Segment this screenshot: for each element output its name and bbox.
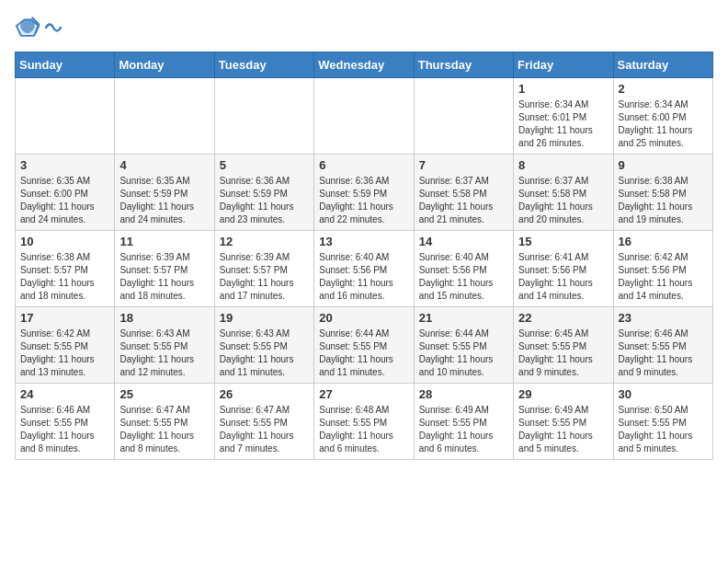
calendar-cell: 12Sunrise: 6:39 AM Sunset: 5:57 PM Dayli… xyxy=(214,231,313,307)
day-info: Sunrise: 6:47 AM Sunset: 5:55 PM Dayligh… xyxy=(119,404,209,455)
day-info: Sunrise: 6:37 AM Sunset: 5:58 PM Dayligh… xyxy=(518,175,608,226)
logo xyxy=(15,15,63,40)
day-info: Sunrise: 6:43 AM Sunset: 5:55 PM Dayligh… xyxy=(220,327,309,379)
day-number: 15 xyxy=(518,235,608,248)
calendar-cell: 14Sunrise: 6:40 AM Sunset: 5:56 PM Dayli… xyxy=(414,231,513,307)
calendar-cell: 3Sunrise: 6:35 AM Sunset: 6:00 PM Daylig… xyxy=(16,155,115,231)
day-number: 8 xyxy=(518,158,608,172)
day-number: 4 xyxy=(119,158,209,172)
calendar-cell xyxy=(16,78,115,155)
day-number: 7 xyxy=(419,158,508,172)
day-info: Sunrise: 6:49 AM Sunset: 5:55 PM Dayligh… xyxy=(419,404,508,455)
day-info: Sunrise: 6:39 AM Sunset: 5:57 PM Dayligh… xyxy=(220,251,309,303)
day-info: Sunrise: 6:38 AM Sunset: 5:57 PM Dayligh… xyxy=(20,251,109,303)
calendar-cell: 22Sunrise: 6:45 AM Sunset: 5:55 PM Dayli… xyxy=(514,307,613,384)
calendar-week-row: 1Sunrise: 6:34 AM Sunset: 6:01 PM Daylig… xyxy=(16,78,713,155)
calendar-cell xyxy=(314,78,414,155)
day-info: Sunrise: 6:34 AM Sunset: 6:00 PM Dayligh… xyxy=(619,98,708,150)
day-number: 19 xyxy=(220,311,309,325)
calendar-cell: 16Sunrise: 6:42 AM Sunset: 5:56 PM Dayli… xyxy=(613,231,712,307)
day-number: 21 xyxy=(419,311,508,325)
calendar-week-row: 10Sunrise: 6:38 AM Sunset: 5:57 PM Dayli… xyxy=(16,231,713,307)
calendar-cell: 18Sunrise: 6:43 AM Sunset: 5:55 PM Dayli… xyxy=(115,307,214,384)
calendar-cell: 30Sunrise: 6:50 AM Sunset: 5:55 PM Dayli… xyxy=(613,384,712,460)
calendar-cell: 7Sunrise: 6:37 AM Sunset: 5:58 PM Daylig… xyxy=(414,155,513,231)
day-number: 29 xyxy=(518,387,608,401)
day-info: Sunrise: 6:40 AM Sunset: 5:56 PM Dayligh… xyxy=(319,251,408,303)
calendar-cell: 26Sunrise: 6:47 AM Sunset: 5:55 PM Dayli… xyxy=(214,384,313,460)
calendar-cell: 5Sunrise: 6:36 AM Sunset: 5:59 PM Daylig… xyxy=(214,155,313,231)
calendar-cell xyxy=(214,78,313,155)
day-number: 6 xyxy=(319,158,408,172)
page-header xyxy=(15,15,713,40)
day-info: Sunrise: 6:36 AM Sunset: 5:59 PM Dayligh… xyxy=(319,175,408,226)
day-number: 28 xyxy=(419,387,508,401)
day-info: Sunrise: 6:35 AM Sunset: 5:59 PM Dayligh… xyxy=(119,175,209,226)
weekday-header: Friday xyxy=(514,52,613,78)
logo-icon xyxy=(15,15,40,40)
calendar-cell: 17Sunrise: 6:42 AM Sunset: 5:55 PM Dayli… xyxy=(16,307,115,384)
day-number: 12 xyxy=(220,235,309,248)
day-info: Sunrise: 6:50 AM Sunset: 5:55 PM Dayligh… xyxy=(619,404,708,455)
day-number: 30 xyxy=(619,387,708,401)
calendar-week-row: 3Sunrise: 6:35 AM Sunset: 6:00 PM Daylig… xyxy=(16,155,713,231)
day-number: 20 xyxy=(319,311,408,325)
day-info: Sunrise: 6:36 AM Sunset: 5:59 PM Dayligh… xyxy=(220,175,309,226)
day-number: 16 xyxy=(619,235,708,248)
calendar-cell: 29Sunrise: 6:49 AM Sunset: 5:55 PM Dayli… xyxy=(514,384,613,460)
calendar-cell: 6Sunrise: 6:36 AM Sunset: 5:59 PM Daylig… xyxy=(314,155,414,231)
day-number: 27 xyxy=(319,387,408,401)
day-number: 18 xyxy=(119,311,209,325)
day-info: Sunrise: 6:40 AM Sunset: 5:56 PM Dayligh… xyxy=(419,251,508,303)
day-info: Sunrise: 6:43 AM Sunset: 5:55 PM Dayligh… xyxy=(119,327,209,379)
day-number: 14 xyxy=(419,235,508,248)
day-info: Sunrise: 6:49 AM Sunset: 5:55 PM Dayligh… xyxy=(518,404,608,455)
day-number: 5 xyxy=(220,158,309,172)
calendar-table: SundayMondayTuesdayWednesdayThursdayFrid… xyxy=(15,52,713,460)
calendar-cell: 9Sunrise: 6:38 AM Sunset: 5:58 PM Daylig… xyxy=(613,155,712,231)
day-number: 10 xyxy=(20,235,109,248)
day-info: Sunrise: 6:39 AM Sunset: 5:57 PM Dayligh… xyxy=(119,251,209,303)
day-info: Sunrise: 6:48 AM Sunset: 5:55 PM Dayligh… xyxy=(319,404,408,455)
day-info: Sunrise: 6:45 AM Sunset: 5:55 PM Dayligh… xyxy=(518,327,608,379)
calendar-cell: 4Sunrise: 6:35 AM Sunset: 5:59 PM Daylig… xyxy=(115,155,214,231)
calendar-cell: 10Sunrise: 6:38 AM Sunset: 5:57 PM Dayli… xyxy=(16,231,115,307)
calendar-cell: 13Sunrise: 6:40 AM Sunset: 5:56 PM Dayli… xyxy=(314,231,414,307)
calendar-cell: 23Sunrise: 6:46 AM Sunset: 5:55 PM Dayli… xyxy=(613,307,712,384)
day-info: Sunrise: 6:44 AM Sunset: 5:55 PM Dayligh… xyxy=(419,327,508,379)
weekday-header: Tuesday xyxy=(214,52,313,78)
day-number: 3 xyxy=(20,158,109,172)
weekday-header: Thursday xyxy=(414,52,513,78)
calendar-cell: 28Sunrise: 6:49 AM Sunset: 5:55 PM Dayli… xyxy=(414,384,513,460)
day-info: Sunrise: 6:37 AM Sunset: 5:58 PM Dayligh… xyxy=(419,175,508,226)
day-info: Sunrise: 6:42 AM Sunset: 5:56 PM Dayligh… xyxy=(619,251,708,303)
day-number: 13 xyxy=(319,235,408,248)
calendar-cell: 25Sunrise: 6:47 AM Sunset: 5:55 PM Dayli… xyxy=(115,384,214,460)
calendar-cell: 27Sunrise: 6:48 AM Sunset: 5:55 PM Dayli… xyxy=(314,384,414,460)
day-number: 11 xyxy=(119,235,209,248)
calendar-cell: 21Sunrise: 6:44 AM Sunset: 5:55 PM Dayli… xyxy=(414,307,513,384)
logo-text xyxy=(44,17,63,38)
calendar-cell: 24Sunrise: 6:46 AM Sunset: 5:55 PM Dayli… xyxy=(16,384,115,460)
calendar-cell: 1Sunrise: 6:34 AM Sunset: 6:01 PM Daylig… xyxy=(514,78,613,155)
day-number: 25 xyxy=(119,387,209,401)
calendar-week-row: 24Sunrise: 6:46 AM Sunset: 5:55 PM Dayli… xyxy=(16,384,713,460)
logo-wave-icon xyxy=(44,17,63,38)
day-number: 24 xyxy=(20,387,109,401)
day-info: Sunrise: 6:35 AM Sunset: 6:00 PM Dayligh… xyxy=(20,175,109,226)
weekday-header: Sunday xyxy=(16,52,115,78)
calendar-cell: 11Sunrise: 6:39 AM Sunset: 5:57 PM Dayli… xyxy=(115,231,214,307)
day-info: Sunrise: 6:41 AM Sunset: 5:56 PM Dayligh… xyxy=(518,251,608,303)
day-number: 17 xyxy=(20,311,109,325)
calendar-cell: 8Sunrise: 6:37 AM Sunset: 5:58 PM Daylig… xyxy=(514,155,613,231)
calendar-header-row: SundayMondayTuesdayWednesdayThursdayFrid… xyxy=(16,52,713,78)
day-number: 22 xyxy=(518,311,608,325)
day-number: 2 xyxy=(619,82,708,96)
day-number: 9 xyxy=(619,158,708,172)
calendar-cell: 20Sunrise: 6:44 AM Sunset: 5:55 PM Dayli… xyxy=(314,307,414,384)
day-number: 23 xyxy=(619,311,708,325)
day-info: Sunrise: 6:42 AM Sunset: 5:55 PM Dayligh… xyxy=(20,327,109,379)
weekday-header: Saturday xyxy=(613,52,712,78)
calendar-week-row: 17Sunrise: 6:42 AM Sunset: 5:55 PM Dayli… xyxy=(16,307,713,384)
day-number: 1 xyxy=(518,82,608,96)
